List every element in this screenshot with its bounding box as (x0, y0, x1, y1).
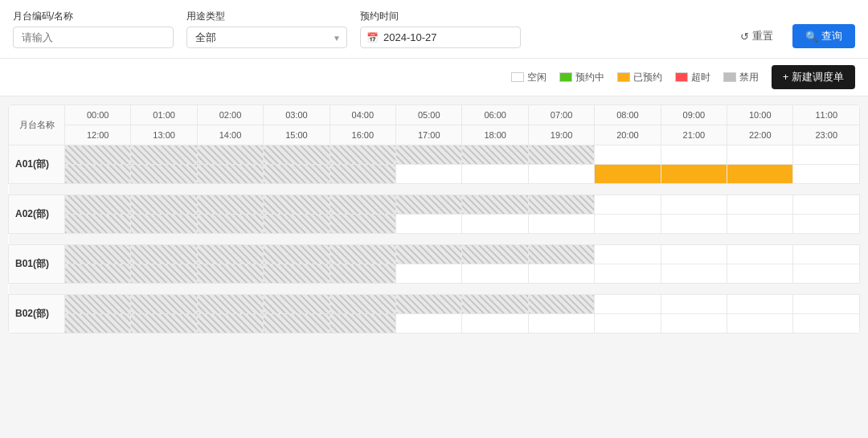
schedule-cell[interactable] (595, 215, 661, 234)
reset-button[interactable]: ↺ 重置 (734, 24, 780, 48)
schedule-cell[interactable] (330, 215, 395, 234)
schedule-cell[interactable] (396, 215, 462, 234)
schedule-cell[interactable] (462, 145, 528, 165)
schedule-cell[interactable] (264, 245, 330, 264)
schedule-cell[interactable] (727, 165, 793, 184)
schedule-cell[interactable] (595, 165, 661, 184)
schedule-cell[interactable] (661, 314, 727, 334)
schedule-cell[interactable] (131, 295, 197, 314)
schedule-cell[interactable] (197, 314, 263, 334)
schedule-cell[interactable] (330, 165, 395, 184)
schedule-cell[interactable] (197, 264, 263, 284)
schedule-cell[interactable] (727, 215, 793, 234)
schedule-cell[interactable] (462, 165, 528, 184)
schedule-cell[interactable] (264, 195, 330, 215)
schedule-cell[interactable] (462, 264, 528, 284)
schedule-cell[interactable] (793, 245, 860, 264)
schedule-cell[interactable] (131, 145, 197, 165)
schedule-cell[interactable] (661, 264, 727, 284)
schedule-cell[interactable] (65, 264, 131, 284)
new-schedule-button[interactable]: + 新建调度单 (772, 65, 855, 89)
schedule-cell[interactable] (65, 215, 131, 234)
schedule-cell[interactable] (264, 165, 330, 184)
schedule-cell[interactable] (661, 245, 727, 264)
schedule-cell[interactable] (793, 195, 860, 215)
schedule-cell[interactable] (264, 264, 330, 284)
schedule-cell[interactable] (131, 264, 197, 284)
schedule-cell[interactable] (396, 195, 462, 215)
schedule-cell[interactable] (197, 165, 263, 184)
code-input[interactable] (13, 27, 174, 48)
schedule-cell[interactable] (197, 195, 263, 215)
schedule-cell[interactable] (131, 195, 197, 215)
schedule-cell[interactable] (330, 245, 395, 264)
schedule-cell[interactable] (462, 215, 528, 234)
schedule-cell[interactable] (330, 314, 395, 334)
type-select[interactable]: 全部 (186, 27, 347, 48)
schedule-cell[interactable] (396, 165, 462, 184)
schedule-cell[interactable] (793, 165, 860, 184)
schedule-cell[interactable] (528, 215, 594, 234)
schedule-cell[interactable] (197, 245, 263, 264)
schedule-cell[interactable] (793, 295, 860, 314)
schedule-cell[interactable] (65, 295, 131, 314)
schedule-cell[interactable] (330, 264, 395, 284)
schedule-cell[interactable] (396, 245, 462, 264)
schedule-cell[interactable] (330, 145, 395, 165)
schedule-cell[interactable] (661, 295, 727, 314)
schedule-cell[interactable] (528, 314, 594, 334)
schedule-cell[interactable] (661, 165, 727, 184)
schedule-cell[interactable] (330, 295, 395, 314)
schedule-cell[interactable] (65, 314, 131, 334)
query-button[interactable]: 🔍 查询 (792, 24, 855, 48)
schedule-cell[interactable] (264, 295, 330, 314)
schedule-cell[interactable] (65, 245, 131, 264)
schedule-cell[interactable] (131, 215, 197, 234)
schedule-cell[interactable] (528, 145, 594, 165)
schedule-cell[interactable] (727, 314, 793, 334)
schedule-cell[interactable] (528, 264, 594, 284)
schedule-cell[interactable] (595, 145, 661, 165)
schedule-cell[interactable] (396, 314, 462, 334)
schedule-cell[interactable] (727, 295, 793, 314)
schedule-cell[interactable] (396, 264, 462, 284)
schedule-cell[interactable] (396, 145, 462, 165)
schedule-cell[interactable] (727, 245, 793, 264)
schedule-cell[interactable] (65, 195, 131, 215)
schedule-cell[interactable] (528, 165, 594, 184)
schedule-cell[interactable] (264, 215, 330, 234)
schedule-cell[interactable] (65, 145, 131, 165)
schedule-cell[interactable] (727, 145, 793, 165)
schedule-cell[interactable] (330, 195, 395, 215)
schedule-cell[interactable] (595, 245, 661, 264)
schedule-cell[interactable] (727, 195, 793, 215)
schedule-cell[interactable] (131, 314, 197, 334)
schedule-cell[interactable] (661, 195, 727, 215)
schedule-cell[interactable] (595, 264, 661, 284)
schedule-cell[interactable] (528, 195, 594, 215)
schedule-cell[interactable] (197, 295, 263, 314)
schedule-cell[interactable] (462, 314, 528, 334)
schedule-cell[interactable] (197, 215, 263, 234)
schedule-cell[interactable] (793, 264, 860, 284)
schedule-cell[interactable] (528, 245, 594, 264)
schedule-cell[interactable] (661, 145, 727, 165)
schedule-cell[interactable] (595, 295, 661, 314)
schedule-cell[interactable] (793, 314, 860, 334)
schedule-cell[interactable] (462, 245, 528, 264)
schedule-cell[interactable] (462, 295, 528, 314)
date-input[interactable] (360, 27, 521, 48)
schedule-cell[interactable] (727, 264, 793, 284)
schedule-cell[interactable] (793, 215, 860, 234)
schedule-cell[interactable] (595, 195, 661, 215)
schedule-cell[interactable] (595, 314, 661, 334)
schedule-cell[interactable] (528, 295, 594, 314)
schedule-cell[interactable] (264, 145, 330, 165)
schedule-cell[interactable] (65, 165, 131, 184)
schedule-cell[interactable] (131, 245, 197, 264)
schedule-cell[interactable] (197, 145, 263, 165)
schedule-cell[interactable] (793, 145, 860, 165)
schedule-cell[interactable] (131, 165, 197, 184)
schedule-cell[interactable] (462, 195, 528, 215)
schedule-cell[interactable] (661, 215, 727, 234)
